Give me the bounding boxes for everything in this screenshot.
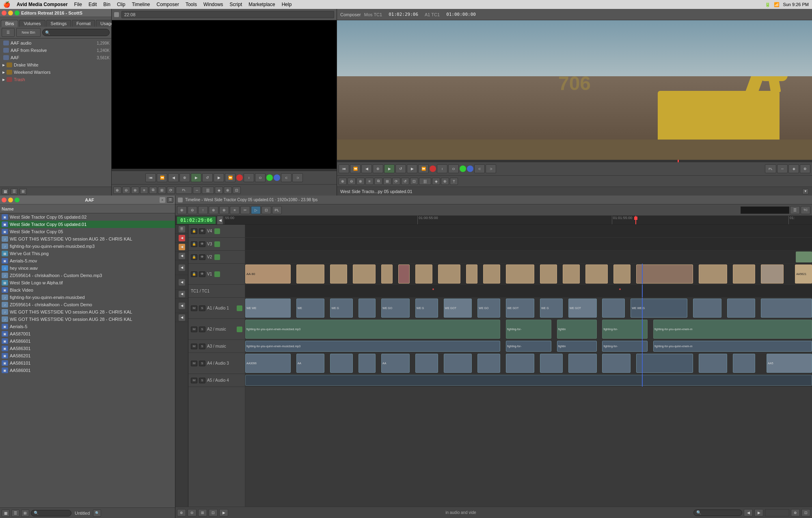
src-btn13[interactable]: ⊡: [233, 187, 241, 194]
rec-b4[interactable]: ≡: [365, 178, 374, 185]
rec-b6[interactable]: ⊞: [383, 178, 391, 185]
rec-pl[interactable]: PL: [765, 164, 776, 173]
rec-mark-in[interactable]: I: [437, 164, 447, 173]
menu-marketplace[interactable]: Marketplace: [248, 2, 275, 7]
app-name[interactable]: Avid Media Composer: [17, 2, 68, 7]
timeline-close-btn[interactable]: [178, 198, 183, 202]
aaf-search-btn[interactable]: 🔍: [93, 509, 101, 517]
splice-in-button[interactable]: ⊂: [281, 173, 292, 182]
src-btn10[interactable]: |||: [202, 187, 214, 194]
aaf-item-13[interactable]: ♪ WE GOT THIS WESTSIDE VO session AUG 28…: [0, 308, 175, 316]
play-button[interactable]: ▶: [191, 173, 201, 182]
tl-foot-btn4[interactable]: ⊡: [209, 509, 218, 516]
aaf-item-14[interactable]: ♪ WE GOT THIS WESTSIDE VO session AUG 28…: [0, 316, 175, 323]
v1-clip-7[interactable]: [415, 264, 432, 284]
rec-b1[interactable]: ⊕: [339, 178, 347, 185]
v1-clip-20[interactable]: AA5621: [795, 264, 812, 284]
src-btn2[interactable]: ⊖: [122, 187, 130, 194]
track-side-btn-2[interactable]: ◀: [175, 234, 188, 243]
rec-fast-fwd[interactable]: ⏩: [418, 164, 429, 173]
menu-tools[interactable]: Tools: [186, 2, 197, 7]
rec-b12[interactable]: ⊕: [441, 178, 449, 185]
rec-mark-out[interactable]: O: [448, 164, 459, 173]
v2-lock-btn[interactable]: 🔒: [191, 254, 197, 260]
src-btn1[interactable]: ⊕: [113, 187, 121, 194]
tl-foot-nav2[interactable]: ▶: [754, 509, 763, 516]
v4-record-btn[interactable]: [214, 228, 220, 234]
aaf-item-15[interactable]: ▣ Aerials-5: [0, 323, 175, 330]
tab-bins[interactable]: Bins: [1, 20, 18, 27]
tl-tool-2[interactable]: ⊖: [188, 206, 197, 214]
rec-extra2[interactable]: ◈: [788, 164, 799, 173]
menu-script[interactable]: Script: [230, 2, 242, 7]
v1-clip-1[interactable]: AA 80: [245, 264, 291, 284]
bin-item-aaf-audio[interactable]: AAF audio 1,299K: [0, 39, 111, 47]
rec-goto-start[interactable]: ⏮: [339, 164, 349, 173]
menu-bin[interactable]: Bin: [104, 2, 110, 7]
v1-clip-2[interactable]: [296, 264, 325, 284]
rec-b10[interactable]: |||: [419, 178, 431, 185]
v2-record-btn[interactable]: [214, 254, 220, 260]
v1-clip-19[interactable]: [761, 264, 784, 284]
rec-b7[interactable]: ⟳: [392, 178, 400, 185]
aaf-item-1[interactable]: ▣ West Side Tractor Copy 05 updated.01: [0, 221, 175, 228]
menu-windows[interactable]: Windows: [203, 2, 223, 7]
a2-record-btn[interactable]: [237, 327, 242, 332]
rec-b9[interactable]: ⊡: [410, 178, 418, 185]
track-side-btn-9[interactable]: ◀: [175, 313, 188, 322]
a2-mute-btn[interactable]: M: [191, 327, 197, 332]
aaf-item-12[interactable]: ♪ ZD595614 - chriskalhoon - Custom Demo: [0, 301, 175, 308]
src-btn6[interactable]: ⊞: [158, 187, 166, 194]
v4-vis-btn[interactable]: 👁: [199, 228, 205, 234]
a1-mute-btn[interactable]: M: [191, 305, 197, 311]
v2-vis-btn[interactable]: 👁: [199, 254, 205, 260]
src-btn3[interactable]: ⊗: [131, 187, 139, 194]
aaf-min-btn[interactable]: [8, 198, 13, 202]
aaf-grid-btn[interactable]: ▦: [2, 509, 10, 517]
a4-mute-btn[interactable]: M: [191, 361, 197, 366]
v1-clip-13[interactable]: [563, 264, 580, 284]
v3-lock-btn[interactable]: 🔒: [191, 241, 197, 247]
aaf-item-7[interactable]: ♫ hey vince.wav: [0, 264, 175, 272]
rec-match-frame[interactable]: ⊕: [373, 164, 383, 173]
v1-clip-4[interactable]: [353, 264, 376, 284]
bins-maximize-button[interactable]: [15, 11, 19, 15]
v1-clip-11[interactable]: [506, 264, 534, 284]
rec-b8[interactable]: ↺: [401, 178, 409, 185]
loop-button[interactable]: ↺: [202, 173, 213, 182]
aaf-item-9[interactable]: ▦ West Side Logo w Alpha.tif: [0, 279, 175, 286]
tl-tool-5[interactable]: ⊕: [219, 206, 229, 214]
v1-clip-16[interactable]: [636, 264, 693, 284]
src-btn12[interactable]: ⊕: [224, 187, 232, 194]
track-side-btn-3[interactable]: ◀: [175, 243, 188, 251]
aaf-item-10[interactable]: ▣ Black Video: [0, 286, 175, 294]
tl-foot-btn5[interactable]: ▶: [219, 509, 228, 516]
clip-name-dropdown[interactable]: ▼: [802, 189, 809, 194]
v3-vis-btn[interactable]: 👁: [199, 241, 205, 247]
src-btn11[interactable]: ◈: [215, 187, 223, 194]
aaf-item-20[interactable]: ▣ AA586101: [0, 359, 175, 367]
bin-item-aaf-resolve[interactable]: AAF from Resolve 1,240K: [0, 47, 111, 54]
aaf-search-input[interactable]: [31, 510, 71, 516]
menu-file[interactable]: File: [74, 2, 82, 7]
v1-clip-9[interactable]: [466, 264, 477, 284]
tl-foot-btn7[interactable]: ⊡: [801, 509, 810, 516]
tc-scroll-left[interactable]: ◀: [217, 216, 223, 224]
v1-clip-14[interactable]: [585, 264, 608, 284]
aaf-item-0[interactable]: ▣ West Side Tractor Copy 05 updated.02: [0, 213, 175, 221]
v1-clip-6[interactable]: [398, 264, 410, 284]
bins-list-view[interactable]: ☰: [11, 188, 18, 195]
tl-foot-btn3[interactable]: ⊞: [198, 509, 207, 516]
mark-out-button[interactable]: O: [255, 173, 266, 182]
tl-foot-btn2[interactable]: ⊖: [188, 509, 197, 516]
tl-foot-nav1[interactable]: ◀: [744, 509, 753, 516]
aaf-item-4[interactable]: ♪ fighting-for-you-quinn-erwin-musicbed.…: [0, 243, 175, 250]
tab-settings[interactable]: Settings: [46, 20, 71, 27]
tl-timecode-btn[interactable]: TC: [801, 206, 810, 214]
apple-menu[interactable]: 🍎: [3, 1, 10, 8]
v1-clip-15[interactable]: [613, 264, 631, 284]
tl-timeline-menu[interactable]: ☰: [790, 206, 800, 214]
goto-start-button[interactable]: ⏮: [145, 173, 156, 182]
fast-fwd-button[interactable]: ⏩: [225, 173, 235, 182]
a3-mute-btn[interactable]: M: [191, 344, 197, 349]
